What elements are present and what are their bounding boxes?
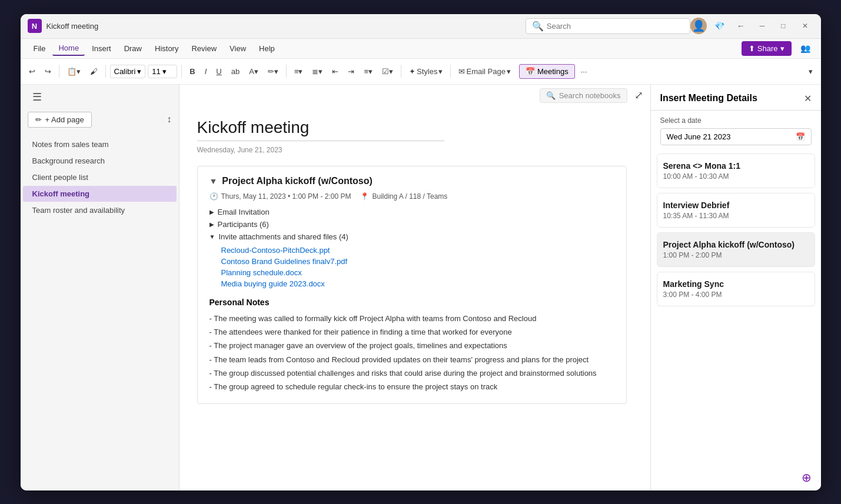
font-selector[interactable]: Calibri ▾ (110, 65, 146, 78)
styles-icon: ✦ (409, 67, 415, 76)
note-item-5: The group discussed potential challenges… (210, 366, 614, 380)
search-notebooks-bar[interactable]: 🔍 Search notebooks (540, 88, 627, 103)
people-icon[interactable]: 👥 (797, 40, 814, 56)
menu-view[interactable]: View (224, 42, 252, 55)
divider-1 (59, 65, 59, 78)
attachments-row[interactable]: ▼ Invite attachments and shared files (4… (210, 232, 614, 241)
menu-draw[interactable]: Draw (118, 42, 148, 55)
diamond-icon[interactable]: 💎 (712, 18, 728, 34)
note-item-1: The meeting was called to formally kick … (210, 312, 614, 325)
meeting-list-item-2[interactable]: Interview Debrief 10:35 AM - 11:30 AM (657, 193, 815, 228)
date-picker[interactable]: Wed June 21 2023 📅 (660, 128, 812, 145)
clipboard-button[interactable]: 📋▾ (64, 65, 84, 78)
note-item-3: The project manager gave an overview of … (210, 339, 614, 352)
window-title: Kickoff meeting (46, 22, 508, 31)
font-chevron-icon: ▾ (137, 67, 141, 76)
collapse-icon[interactable]: ▼ (210, 176, 218, 186)
meeting-1-time: 10:00 AM - 10:30 AM (663, 172, 809, 181)
numbered-button[interactable]: ≣▾ (308, 65, 326, 78)
meeting-2-time: 10:35 AM - 11:30 AM (663, 212, 809, 220)
attachments-chevron-icon: ▼ (210, 233, 215, 240)
menu-help[interactable]: Help (253, 42, 281, 55)
sidebar-item-background-research[interactable]: Background research (23, 153, 177, 169)
attachment-1[interactable]: Recloud-Contoso-PitchDeck.ppt (221, 246, 614, 255)
search-icon: 🔍 (532, 21, 544, 32)
search-input[interactable] (547, 22, 664, 31)
menu-history[interactable]: History (149, 42, 184, 55)
meeting-4-name: Marketing Sync (663, 279, 809, 289)
divider-2 (105, 65, 106, 78)
location-icon: 📍 (360, 192, 369, 201)
attachment-3[interactable]: Planning schedule.docx (221, 268, 614, 277)
menu-review[interactable]: Review (185, 42, 222, 55)
email-icon: ✉ (458, 67, 465, 76)
attachment-4[interactable]: Media buying guide 2023.docx (221, 279, 614, 288)
menu-file[interactable]: File (28, 42, 52, 55)
format-painter-button[interactable]: 🖌 (87, 65, 101, 78)
bold-button[interactable]: B (186, 65, 198, 78)
styles-chevron-icon: ▾ (438, 67, 443, 76)
meeting-2-name: Interview Debrief (663, 201, 809, 210)
minimize-button[interactable]: ─ (754, 19, 771, 32)
redo-button[interactable]: ↪ (41, 65, 55, 78)
divider-6 (450, 65, 451, 78)
menu-home[interactable]: Home (52, 41, 85, 56)
email-invitation-row[interactable]: ▶ Email Invitation (210, 208, 614, 216)
participants-row[interactable]: ▶ Participants (6) (210, 220, 614, 229)
clock-icon: 🕐 (210, 192, 218, 201)
toolbar-chevron-button[interactable]: ▾ (805, 65, 816, 78)
add-icon: ✏ (35, 115, 42, 124)
hamburger-icon[interactable]: ☰ (28, 88, 46, 106)
share-icon: ⬆ (749, 44, 755, 53)
search-notebooks-icon: 🔍 (546, 91, 556, 100)
panel-title: Insert Meeting Details (660, 93, 757, 104)
strikethrough-button[interactable]: ab (228, 65, 243, 78)
underline-button[interactable]: U (212, 65, 225, 78)
sort-icon[interactable]: ↕ (167, 114, 172, 125)
panel-close-button[interactable]: ✕ (804, 93, 812, 104)
maximize-button[interactable]: □ (775, 19, 791, 32)
meetings-button[interactable]: 📅 Meetings (519, 64, 575, 79)
expand-icon[interactable]: ⤢ (634, 89, 643, 102)
meetings-icon: 📅 (526, 67, 535, 76)
avatar[interactable]: 👤 (690, 18, 707, 34)
add-page-button[interactable]: ✏ + Add page (28, 112, 92, 128)
align-button[interactable]: ≡▾ (360, 65, 376, 78)
font-size-selector[interactable]: 11 ▾ (148, 65, 177, 78)
sidebar-item-notes-from-sales[interactable]: Notes from sales team (23, 136, 177, 152)
styles-button[interactable]: ✦ Styles ▾ (405, 65, 446, 78)
font-color-button[interactable]: A▾ (245, 65, 262, 78)
checklist-button[interactable]: ☑▾ (378, 65, 397, 78)
italic-button[interactable]: I (201, 65, 211, 78)
size-chevron-icon: ▾ (162, 67, 167, 76)
email-inv-chevron-icon: ▶ (210, 209, 214, 215)
sidebar-item-team-roster[interactable]: Team roster and availability (23, 202, 177, 218)
title-search-bar[interactable]: 🔍 (526, 18, 690, 34)
meeting-list-item-4[interactable]: Marketing Sync 3:00 PM - 4:00 PM (657, 272, 815, 306)
undo-button[interactable]: ↩ (25, 65, 39, 78)
indent-less-button[interactable]: ⇤ (328, 65, 342, 78)
page-title: Kickoff meeting (197, 118, 627, 137)
close-button[interactable]: ✕ (796, 19, 814, 32)
highlight-button[interactable]: ✏▾ (264, 65, 282, 78)
sidebar-item-client-people-list[interactable]: Client people list (23, 169, 177, 185)
back-icon[interactable]: ← (733, 18, 749, 34)
attachment-2[interactable]: Contoso Brand Guidelines finalv7.pdf (221, 257, 614, 266)
app-icon: N (28, 19, 42, 33)
indent-more-button[interactable]: ⇥ (344, 65, 358, 78)
share-button[interactable]: ⬆ Share ▾ (742, 41, 792, 56)
app-body: ☰ ✏ + Add page ↕ Notes from sales team B… (21, 85, 821, 490)
page-content: Kickoff meeting Wednesday, June 21, 2023… (179, 106, 650, 490)
bullets-button[interactable]: ≡▾ (291, 65, 307, 78)
more-options-button[interactable]: ··· (577, 65, 591, 78)
divider-4 (286, 65, 287, 78)
menu-insert[interactable]: Insert (86, 42, 117, 55)
email-page-button[interactable]: ✉ Email Page ▾ (455, 65, 514, 78)
meeting-list-item-3[interactable]: Project Alpha kickoff (w/Contoso) 1:00 P… (657, 232, 815, 267)
panel-footer-icon[interactable]: ⊕ (802, 470, 812, 485)
divider-3 (181, 65, 182, 78)
meeting-list-item-1[interactable]: Serena <> Mona 1:1 10:00 AM - 10:30 AM (657, 153, 815, 188)
right-panel: Insert Meeting Details ✕ Select a date W… (650, 85, 821, 490)
sidebar-item-kickoff-meeting[interactable]: Kickoff meeting (23, 186, 177, 202)
title-bar: N Kickoff meeting 🔍 👤 💎 ← ─ □ ✕ (21, 14, 821, 39)
